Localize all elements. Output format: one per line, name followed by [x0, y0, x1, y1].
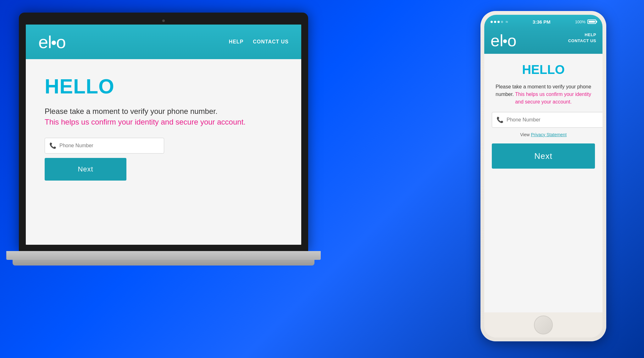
laptop-help-link[interactable]: HELP — [229, 39, 244, 45]
phone-home-button[interactable] — [534, 316, 553, 334]
laptop-hello-title: HELLO — [45, 75, 282, 98]
battery-percent: 100% — [575, 20, 586, 24]
phone-phone-icon: 📞 — [497, 116, 503, 123]
logo-text-o: o — [56, 32, 66, 52]
battery-fill — [589, 21, 595, 23]
laptop-contact-link[interactable]: CONTACT US — [253, 39, 289, 45]
laptop-device: elo HELP CONTACT US HELLO Please take a … — [19, 13, 314, 340]
phone-verify-black: Please take a moment to verify your — [496, 84, 576, 89]
phone-verify-text: Please take a moment to verify your phon… — [492, 83, 595, 106]
laptop-phone-icon: 📞 — [49, 142, 56, 149]
phone-contact-link[interactable]: CONTACT US — [568, 38, 596, 43]
phone-phone-input[interactable] — [507, 117, 602, 123]
phone-hello-title: HELLO — [492, 63, 595, 77]
phone-logo-text-el: el — [491, 31, 503, 50]
logo-dot — [52, 41, 56, 45]
laptop-next-button[interactable]: Next — [45, 158, 126, 181]
signal-dot-1 — [491, 21, 493, 23]
logo-text-e: el — [38, 32, 52, 52]
laptop-verify-pink-text: This helps us confirm your identity and … — [45, 118, 282, 126]
laptop-phone-input[interactable] — [59, 143, 159, 148]
wifi-icon: ≈ — [506, 19, 508, 24]
phone-signal: ≈ — [491, 19, 508, 24]
phone-time: 3:36 PM — [533, 19, 551, 25]
phone-navbar: elo HELP CONTACT US — [484, 29, 602, 54]
signal-dot-2 — [494, 21, 496, 23]
phone-status-bar: ≈ 3:36 PM 100% — [484, 15, 602, 29]
laptop-screen: elo HELP CONTACT US HELLO Please take a … — [26, 25, 301, 245]
laptop-bezel: elo HELP CONTACT US HELLO Please take a … — [19, 13, 308, 252]
phone-inner: ≈ 3:36 PM 100% elo HELP CONTACT US — [484, 15, 602, 338]
phone-battery: 100% — [575, 20, 596, 24]
phone-logo: elo — [491, 32, 516, 49]
phone-nav-links: HELP CONTACT US — [568, 32, 596, 43]
laptop-base — [6, 251, 321, 260]
battery-icon — [587, 20, 596, 24]
laptop-logo: elo — [38, 32, 229, 52]
phone-content: HELLO Please take a moment to verify you… — [484, 54, 602, 312]
phone-logo-text-o: o — [507, 31, 516, 50]
signal-dot-4 — [501, 21, 503, 23]
signal-dot-3 — [497, 21, 500, 23]
phone-privacy-text: View Privacy Statement — [492, 132, 595, 137]
phone-device: ≈ 3:36 PM 100% elo HELP CONTACT US — [480, 11, 606, 344]
phone-next-button[interactable]: Next — [492, 143, 595, 169]
privacy-link[interactable]: Privacy Statement — [531, 132, 567, 137]
laptop-navbar: elo HELP CONTACT US — [26, 25, 301, 59]
laptop-bottom — [13, 260, 314, 266]
phone-help-link[interactable]: HELP — [585, 32, 596, 37]
laptop-camera — [162, 20, 165, 22]
phone-body: ≈ 3:36 PM 100% elo HELP CONTACT US — [480, 11, 606, 341]
phone-verify-pink: This helps us confirm your identity and … — [515, 92, 591, 104]
laptop-content: HELLO Please take a moment to verify you… — [26, 59, 301, 245]
laptop-nav-links: HELP CONTACT US — [229, 39, 289, 45]
phone-home-area — [484, 312, 602, 338]
laptop-phone-input-wrapper[interactable]: 📞 — [45, 138, 164, 154]
laptop-verify-text: Please take a moment to verify your phon… — [45, 107, 282, 116]
laptop-app: elo HELP CONTACT US HELLO Please take a … — [26, 25, 301, 245]
phone-logo-dot — [503, 39, 507, 43]
privacy-prefix: View — [520, 132, 530, 137]
phone-phone-input-wrapper[interactable]: 📞 — [492, 112, 602, 128]
